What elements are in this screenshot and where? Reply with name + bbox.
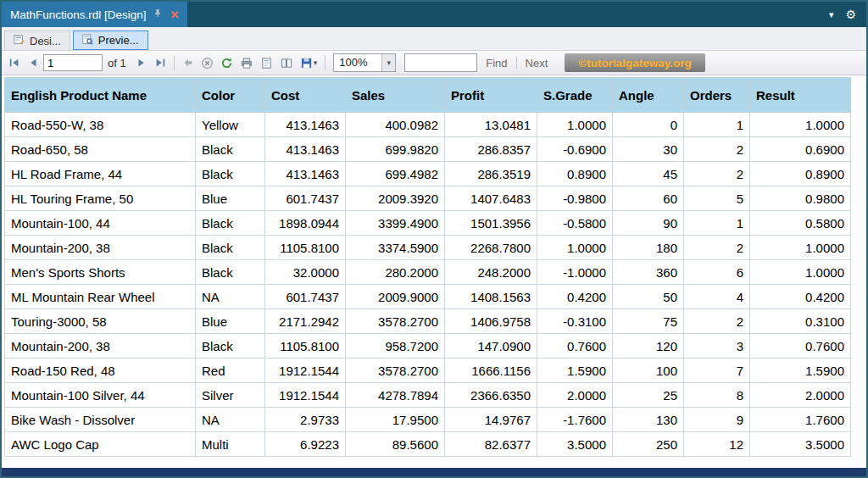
bottom-status-bar <box>2 468 866 476</box>
table-cell: 12 <box>684 432 750 457</box>
tab-design[interactable]: Desi... <box>4 31 70 50</box>
table-cell: 147.0900 <box>445 334 537 358</box>
prev-page-button[interactable] <box>25 55 42 70</box>
column-header: S.Grade <box>537 78 613 113</box>
table-cell: 286.8357 <box>445 137 537 162</box>
table-cell: 17.9500 <box>346 408 445 432</box>
table-cell: 0.6900 <box>750 137 851 162</box>
table-cell: 5 <box>684 186 750 211</box>
table-cell: 2 <box>684 162 750 186</box>
table-row: Mountain-100, 44Black1898.09443399.49001… <box>5 211 851 236</box>
export-button[interactable]: ▾ <box>298 55 320 71</box>
zoom-caret-icon[interactable]: ▾ <box>381 54 395 71</box>
tab-preview[interactable]: Previe... <box>73 31 148 50</box>
last-page-button[interactable] <box>152 55 169 70</box>
page-number-input[interactable] <box>43 54 103 71</box>
first-page-button[interactable] <box>6 55 23 70</box>
toolbar-separator <box>516 57 517 69</box>
table-cell: -1.7600 <box>537 408 613 432</box>
table-cell: 1.0000 <box>537 113 613 137</box>
pin-icon[interactable] <box>153 8 163 21</box>
table-cell: 601.7437 <box>265 186 346 211</box>
table-cell: 120 <box>613 334 684 358</box>
table-cell: HL Touring Frame, 50 <box>5 186 196 211</box>
table-cell: 0.7600 <box>750 334 851 358</box>
close-icon[interactable]: ✕ <box>170 8 180 21</box>
table-cell: HL Road Frame, 44 <box>5 162 196 186</box>
table-cell: Multi <box>196 432 265 457</box>
page-setup-button[interactable] <box>277 55 296 71</box>
table-cell: Blue <box>196 186 265 211</box>
table-row: Road-550-W, 38Yellow413.1463400.098213.0… <box>5 113 851 137</box>
table-cell: 2009.3920 <box>346 186 445 211</box>
table-cell: 1912.1544 <box>265 383 346 408</box>
zoom-value: 100% <box>334 54 381 71</box>
table-row: Mountain-100 Silver, 44Silver1912.154442… <box>5 383 851 408</box>
table-cell: 360 <box>613 260 684 285</box>
table-cell: Silver <box>196 383 265 408</box>
find-input[interactable] <box>404 53 477 72</box>
table-cell: 3578.2700 <box>346 358 445 383</box>
document-tab-label: MathFunctions.rdl [Design] <box>10 8 147 21</box>
title-bar: MathFunctions.rdl [Design] ✕ ▾ ⚙ <box>2 2 866 27</box>
print-button[interactable] <box>237 55 256 71</box>
table-cell: 3.5000 <box>750 432 851 457</box>
gear-icon[interactable]: ⚙ <box>845 8 856 21</box>
zoom-select[interactable]: 100% ▾ <box>333 53 396 72</box>
table-cell: 413.1463 <box>265 162 346 186</box>
table-cell: 3 <box>684 334 750 358</box>
table-cell: 2.9733 <box>265 408 346 432</box>
table-cell: 2.0000 <box>537 383 613 408</box>
table-cell: 699.9820 <box>346 137 445 162</box>
table-cell: Mountain-200, 38 <box>5 236 196 260</box>
table-cell: 130 <box>613 408 684 432</box>
table-cell: 280.2000 <box>346 260 445 285</box>
print-layout-button[interactable] <box>258 55 275 71</box>
table-cell: Mountain-100, 44 <box>5 211 196 236</box>
next-button[interactable]: Next <box>526 57 548 69</box>
stop-button[interactable] <box>198 55 216 71</box>
table-cell: Touring-3000, 58 <box>5 309 196 334</box>
table-cell: 6 <box>684 260 750 285</box>
report-table: English Product NameColorCostSalesProfit… <box>4 77 851 457</box>
table-cell: Black <box>196 334 265 358</box>
back-button[interactable] <box>180 55 197 70</box>
table-cell: 1 <box>684 211 750 236</box>
table-cell: 250 <box>613 432 684 457</box>
chevron-down-icon[interactable]: ▾ <box>829 9 834 20</box>
table-cell: 413.1463 <box>265 113 346 137</box>
table-cell: NA <box>196 408 265 432</box>
refresh-button[interactable] <box>218 55 236 71</box>
table-cell: 2009.9000 <box>346 285 445 309</box>
column-header: Cost <box>265 78 346 113</box>
table-cell: 699.4982 <box>346 162 445 186</box>
table-row: Mountain-200, 38Black1105.8100958.720014… <box>5 334 851 358</box>
table-cell: 1105.8100 <box>265 236 346 260</box>
table-cell: 1.0000 <box>750 260 851 285</box>
report-toolbar: of 1 ▾ 100% ▾ <box>2 51 866 75</box>
table-cell: Mountain-200, 38 <box>5 334 196 358</box>
table-cell: 1.5900 <box>537 358 613 383</box>
table-row: Bike Wash - DissolverNA2.973317.950014.9… <box>5 408 851 432</box>
table-cell: Road-150 Red, 48 <box>5 358 196 383</box>
table-cell: -0.6900 <box>537 137 613 162</box>
next-page-button[interactable] <box>133 55 150 70</box>
table-cell: -0.3100 <box>537 309 613 334</box>
app-window: MathFunctions.rdl [Design] ✕ ▾ ⚙ Desi...… <box>0 0 868 478</box>
column-header: Angle <box>613 78 684 113</box>
tab-preview-label: Previe... <box>98 34 139 47</box>
table-row: HL Road Frame, 44Black413.1463699.498228… <box>5 162 851 186</box>
table-cell: 180 <box>613 236 684 260</box>
table-cell: 82.6377 <box>445 432 537 457</box>
table-cell: Black <box>196 211 265 236</box>
table-cell: 2366.6350 <box>445 383 537 408</box>
table-cell: 100 <box>613 358 684 383</box>
document-tab[interactable]: MathFunctions.rdl [Design] ✕ <box>2 2 187 27</box>
table-cell: Black <box>196 260 265 285</box>
table-cell: 0.3100 <box>750 309 851 334</box>
export-caret-icon: ▾ <box>314 58 318 67</box>
find-button[interactable]: Find <box>486 57 507 69</box>
table-cell: 1 <box>684 113 750 137</box>
table-cell: 1406.9758 <box>445 309 537 334</box>
table-cell: 50 <box>613 285 684 309</box>
